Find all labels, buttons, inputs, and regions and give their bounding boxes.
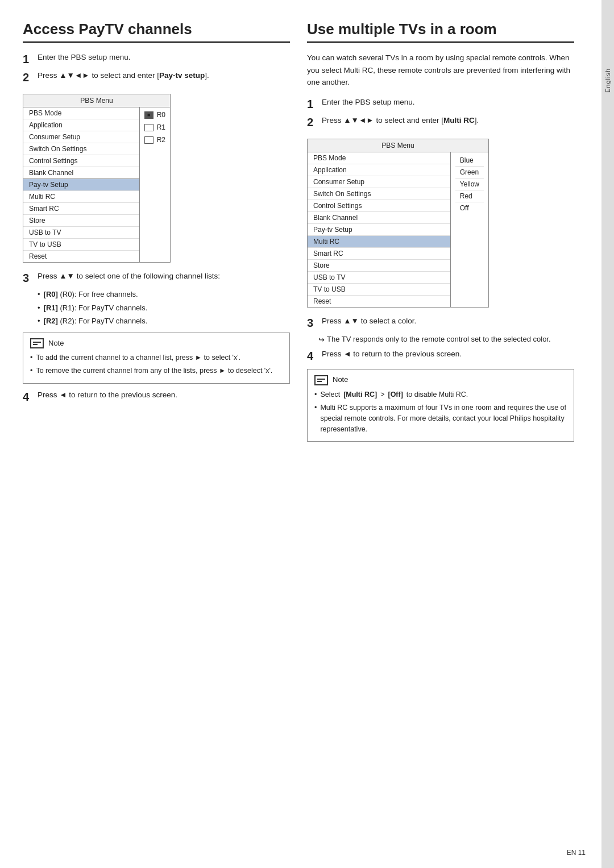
step-3-text: Press ▲▼ to select one of the following … — [38, 271, 220, 282]
step-1-row: 1 Enter the PBS setup menu. — [23, 52, 290, 67]
color-off: Off — [455, 202, 484, 214]
right-note-bullet-2: Multi RC supports a maximum of four TVs … — [314, 402, 567, 434]
bullet-r2: [R2] (R2): For PayTV channels. — [38, 315, 290, 327]
pbs-menu-left-header: PBS Menu — [23, 94, 170, 107]
pbs-menu-color-column: Blue Green Yellow Red Off — [450, 152, 488, 307]
right-pbs-row-smart-rc: Smart RC — [308, 248, 450, 260]
color-yellow: Yellow — [455, 178, 484, 190]
channel-r1: R1 — [144, 122, 165, 132]
right-step-2-bold: Multi RC — [443, 116, 475, 124]
right-step-3-row: 3 Press ▲▼ to select a color. — [307, 315, 574, 330]
r2-label: R2 — [157, 136, 165, 144]
right-pbs-row-usb-to-tv: USB to TV — [308, 272, 450, 284]
note-icon-line1 — [33, 342, 41, 343]
right-column: Use multiple TVs in a room You can watch… — [307, 20, 574, 848]
pbs-row-usb-to-tv: USB to TV — [23, 227, 139, 239]
right-pbs-row-switch-on-settings: Switch On Settings — [308, 188, 450, 200]
note-bullets-right: Select [Multi RC] > [Off] to disable Mul… — [314, 389, 567, 434]
pbs-row-tv-to-usb: TV to USB — [23, 239, 139, 251]
right-step-3-arrow-text: The TV responds only to the remote contr… — [327, 334, 551, 345]
step-2-text: Press ▲▼◄► to select and enter [Pay-tv s… — [38, 70, 209, 81]
side-tab-label: English — [604, 68, 611, 93]
right-step-4-number: 4 — [307, 348, 317, 363]
page-footer: EN 11 — [567, 849, 586, 857]
note-label-left: Note — [48, 338, 64, 350]
bullet-r1: [R1] (R1): For PayTV channels. — [38, 302, 290, 314]
right-pbs-row-control-settings: Control Settings — [308, 200, 450, 212]
right-pbs-row-application: Application — [308, 164, 450, 176]
step-1-number: 1 — [23, 52, 33, 67]
color-green: Green — [455, 167, 484, 178]
step-4-number: 4 — [23, 389, 33, 404]
step-2-bold: Pay-tv setup — [159, 71, 205, 80]
pbs-row-blank-channel: Blank Channel — [23, 167, 139, 179]
note-header-left: Note — [30, 338, 283, 350]
step-3-row: 3 Press ▲▼ to select one of the followin… — [23, 271, 290, 285]
note-icon-right-line2 — [317, 381, 322, 382]
bullet-r0: [R0] (R0): For free channels. — [38, 289, 290, 300]
channel-r0: ■ R0 — [144, 110, 165, 120]
r0-label: R0 — [157, 111, 165, 119]
arrow-symbol: ↪ — [318, 334, 325, 346]
note-icon-left — [30, 338, 44, 348]
r2-icon — [144, 136, 154, 144]
note-bullet-1: To add the current channel to a channel … — [30, 352, 283, 363]
pbs-menu-right-icons: ■ R0 R1 R2 — [139, 107, 170, 262]
step-4-text: Press ◄ to return to the previous screen… — [38, 389, 177, 401]
pbs-row-application: Application — [23, 119, 139, 131]
right-step-1-text: Enter the PBS setup menu. — [322, 97, 415, 108]
right-pbs-row-pbs-mode: PBS Mode — [308, 152, 450, 164]
right-step-3-number: 3 — [307, 315, 317, 330]
pbs-menu-right: PBS Menu PBS Mode Application Consumer S… — [307, 139, 489, 308]
pbs-row-reset: Reset — [23, 251, 139, 262]
pbs-menu-right-rows: PBS Mode Application Consumer Setup Swit… — [308, 152, 450, 307]
pbs-row-pbs-mode: PBS Mode — [23, 107, 139, 119]
pbs-menu-left-rows: PBS Mode Application Consumer Setup Swit… — [23, 107, 139, 262]
left-column: Access PayTV channels 1 Enter the PBS se… — [23, 20, 290, 848]
right-step-1-row: 1 Enter the PBS setup menu. — [307, 97, 574, 111]
note-box-right: Note Select [Multi RC] > [Off] to disabl… — [307, 369, 574, 442]
right-step-2-text: Press ▲▼◄► to select and enter [Multi RC… — [322, 115, 479, 126]
right-step-3-text: Press ▲▼ to select a color. — [322, 315, 416, 327]
pbs-row-store: Store — [23, 215, 139, 227]
right-note-bullet-1: Select [Multi RC] > [Off] to disable Mul… — [314, 389, 567, 400]
pbs-row-control-settings: Control Settings — [23, 155, 139, 167]
pbs-row-smart-rc: Smart RC — [23, 203, 139, 215]
step-2-number: 2 — [23, 70, 33, 85]
pbs-row-switch-on-settings: Switch On Settings — [23, 143, 139, 155]
r1-icon — [144, 124, 154, 131]
note-icon-right — [314, 375, 328, 385]
note-icon-right-line1 — [317, 379, 325, 380]
note-header-right: Note — [314, 374, 567, 386]
right-pbs-row-reset: Reset — [308, 296, 450, 307]
right-pbs-row-consumer-setup: Consumer Setup — [308, 176, 450, 188]
right-step-2-number: 2 — [307, 115, 317, 130]
step-2-row: 2 Press ▲▼◄► to select and enter [Pay-tv… — [23, 70, 290, 85]
note-bullet-2: To remove the current channel from any o… — [30, 366, 283, 376]
right-pbs-row-store: Store — [308, 260, 450, 272]
right-step-1-number: 1 — [307, 97, 317, 111]
note-label-right: Note — [333, 374, 348, 386]
right-step-2-row: 2 Press ▲▼◄► to select and enter [Multi … — [307, 115, 574, 130]
note-icon-line2 — [33, 344, 38, 345]
pbs-row-multi-rc: Multi RC — [23, 191, 139, 203]
left-section-title: Access PayTV channels — [23, 20, 290, 43]
right-step-3-arrow: ↪ The TV responds only to the remote con… — [318, 334, 574, 346]
right-pbs-row-blank-channel: Blank Channel — [308, 212, 450, 224]
r0-icon: ■ — [144, 111, 154, 119]
right-pbs-row-multi-rc: Multi RC — [308, 236, 450, 248]
right-section-title: Use multiple TVs in a room — [307, 20, 574, 43]
right-pbs-row-paytv-setup: Pay-tv Setup — [308, 224, 450, 236]
right-step-4-row: 4 Press ◄ to return to the previous scre… — [307, 348, 574, 363]
channel-list-bullets: [R0] (R0): For free channels. [R1] (R1):… — [38, 289, 290, 327]
step-3-number: 3 — [23, 271, 33, 285]
right-intro: You can watch several TVs in a room by u… — [307, 52, 574, 89]
channel-r2: R2 — [144, 135, 165, 145]
color-blue: Blue — [455, 155, 484, 167]
note-box-left: Note To add the current channel to a cha… — [23, 333, 290, 384]
pbs-row-consumer-setup: Consumer Setup — [23, 131, 139, 143]
step-4-row: 4 Press ◄ to return to the previous scre… — [23, 389, 290, 404]
pbs-row-paytv-setup: Pay-tv Setup — [23, 179, 139, 191]
right-step-4-text: Press ◄ to return to the previous screen… — [322, 348, 462, 360]
pbs-menu-right-header: PBS Menu — [308, 139, 488, 152]
